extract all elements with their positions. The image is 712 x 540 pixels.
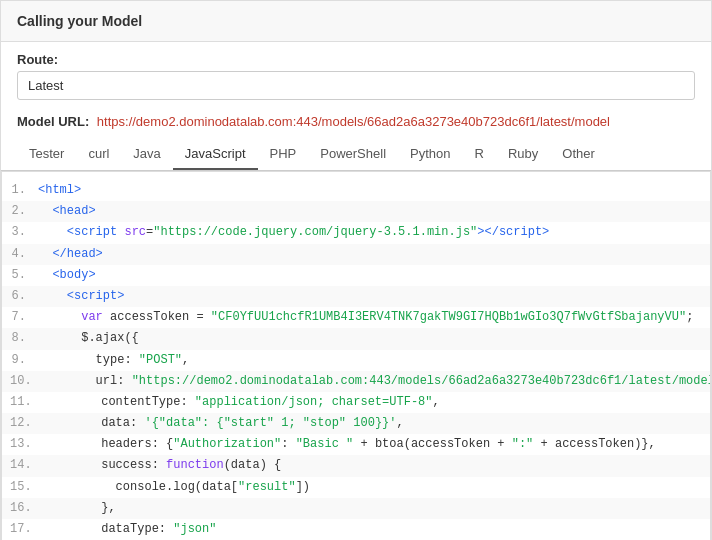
code-line: 6. <script> — [2, 286, 710, 307]
line-number: 14. — [2, 456, 44, 475]
code-line: 5. <body> — [2, 265, 710, 286]
page-title: Calling your Model — [17, 13, 142, 29]
code-line: 12. data: '{"data": {"start" 1; "stop" 1… — [2, 413, 710, 434]
code-line: 7. var accessToken = "CF0YfUU1chcfR1UMB4… — [2, 307, 710, 328]
code-line: 16. }, — [2, 498, 710, 519]
code-line: 1. <html> — [2, 180, 710, 201]
page-container: Calling your Model Route: Model URL: htt… — [0, 0, 712, 540]
line-number: 1. — [2, 181, 38, 200]
line-number: 10. — [2, 372, 38, 391]
tab-javascript[interactable]: JavaScript — [173, 139, 258, 170]
model-url-link[interactable]: https://demo2.dominodatalab.com:443/mode… — [97, 114, 610, 129]
tab-tester[interactable]: Tester — [17, 139, 76, 170]
line-number: 11. — [2, 393, 44, 412]
model-url-row: Model URL: https://demo2.dominodatalab.c… — [1, 110, 711, 139]
code-line: 10. url: "https://demo2.dominodatalab.co… — [2, 371, 710, 392]
line-number: 16. — [2, 499, 44, 518]
line-content: <script src="https://code.jquery.com/jqu… — [38, 223, 710, 242]
line-content: console.log(data["result"]) — [44, 478, 710, 497]
tabs-container: Tester curl Java JavaScript PHP PowerShe… — [1, 139, 711, 171]
line-number: 6. — [2, 287, 38, 306]
code-container: 1. <html> 2. <head> 3. <script src="http… — [1, 171, 711, 540]
line-number: 5. — [2, 266, 38, 285]
line-number: 4. — [2, 245, 38, 264]
model-url-label: Model URL: — [17, 114, 89, 129]
line-content: <head> — [38, 202, 710, 221]
page-header: Calling your Model — [1, 1, 711, 42]
line-number: 13. — [2, 435, 44, 454]
line-number: 3. — [2, 223, 38, 242]
code-line: 15. console.log(data["result"]) — [2, 477, 710, 498]
code-line: 4. </head> — [2, 244, 710, 265]
tab-php[interactable]: PHP — [258, 139, 309, 170]
tab-java[interactable]: Java — [121, 139, 172, 170]
tab-python[interactable]: Python — [398, 139, 462, 170]
line-content: dataType: "json" — [44, 520, 710, 539]
line-content: <script> — [38, 287, 710, 306]
line-content: data: '{"data": {"start" 1; "stop" 100}}… — [44, 414, 710, 433]
line-content: var accessToken = "CF0YfUU1chcfR1UMB4I3E… — [38, 308, 710, 327]
route-section: Route: — [1, 42, 711, 110]
line-number: 17. — [2, 520, 44, 539]
line-content: }, — [44, 499, 710, 518]
code-line: 2. <head> — [2, 201, 710, 222]
tab-powershell[interactable]: PowerShell — [308, 139, 398, 170]
code-line: 11. contentType: "application/json; char… — [2, 392, 710, 413]
code-line: 8. $.ajax({ — [2, 328, 710, 349]
line-content: url: "https://demo2.dominodatalab.com:44… — [38, 372, 711, 391]
code-line: 3. <script src="https://code.jquery.com/… — [2, 222, 710, 243]
tab-curl[interactable]: curl — [76, 139, 121, 170]
line-content: $.ajax({ — [38, 329, 710, 348]
line-content: <html> — [38, 181, 710, 200]
line-number: 2. — [2, 202, 38, 221]
route-input[interactable] — [17, 71, 695, 100]
line-number: 12. — [2, 414, 44, 433]
code-line: 13. headers: {"Authorization": "Basic " … — [2, 434, 710, 455]
code-line: 17. dataType: "json" — [2, 519, 710, 540]
line-number: 15. — [2, 478, 44, 497]
line-number: 7. — [2, 308, 38, 327]
line-content: success: function(data) { — [44, 456, 710, 475]
line-content: type: "POST", — [38, 351, 710, 370]
line-number: 8. — [2, 329, 38, 348]
line-content: <body> — [38, 266, 710, 285]
route-label: Route: — [17, 52, 695, 67]
line-content: headers: {"Authorization": "Basic " + bt… — [44, 435, 710, 454]
code-line: 14. success: function(data) { — [2, 455, 710, 476]
tab-other[interactable]: Other — [550, 139, 607, 170]
tab-ruby[interactable]: Ruby — [496, 139, 550, 170]
line-content: contentType: "application/json; charset=… — [44, 393, 710, 412]
code-line: 9. type: "POST", — [2, 350, 710, 371]
line-number: 9. — [2, 351, 38, 370]
tab-r[interactable]: R — [463, 139, 496, 170]
line-content: </head> — [38, 245, 710, 264]
